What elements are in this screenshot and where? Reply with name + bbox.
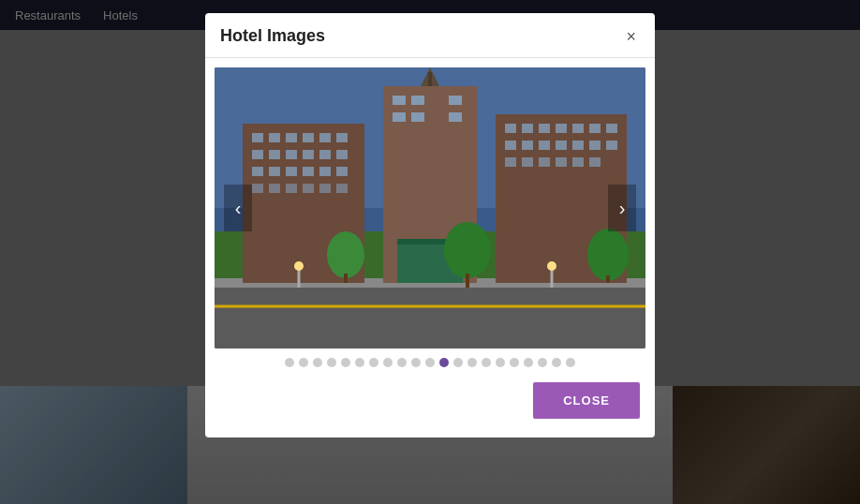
modal-close-x-button[interactable]: × [622,28,640,45]
carousel-dot-7[interactable] [383,358,393,367]
carousel-dot-10[interactable] [425,358,435,367]
carousel-image [215,67,645,348]
carousel-dot-19[interactable] [552,358,561,367]
svg-rect-35 [411,96,424,105]
svg-rect-60 [556,157,567,167]
svg-rect-3 [215,283,645,348]
close-button[interactable]: CLOSE [533,382,640,419]
svg-rect-72 [606,275,610,283]
carousel-dot-1[interactable] [299,358,308,367]
svg-rect-58 [522,157,533,167]
image-carousel: ‹ › [205,58,655,373]
svg-rect-9 [286,133,297,142]
carousel-dot-4[interactable] [341,358,350,367]
svg-rect-12 [336,133,348,142]
svg-rect-10 [303,133,314,142]
modal-header: Hotel Images × [205,13,655,58]
svg-rect-29 [319,184,331,193]
carousel-dot-2[interactable] [313,358,322,367]
svg-rect-36 [449,96,462,105]
svg-rect-57 [505,157,516,167]
svg-rect-50 [505,141,516,150]
svg-rect-37 [393,112,406,122]
modal-footer: CLOSE [205,373,655,422]
svg-rect-20 [269,167,280,176]
svg-rect-48 [589,124,601,133]
svg-rect-38 [411,112,424,122]
carousel-dot-12[interactable] [453,358,463,367]
svg-rect-70 [344,274,348,283]
svg-rect-25 [252,184,263,193]
carousel-dot-8[interactable] [397,358,407,367]
svg-rect-53 [556,141,567,150]
svg-rect-18 [336,150,348,159]
svg-rect-56 [606,141,617,150]
svg-rect-7 [252,133,263,142]
svg-rect-62 [589,157,601,167]
svg-rect-47 [572,124,584,133]
hotel-images-modal: Hotel Images × [205,13,655,437]
carousel-dot-0[interactable] [285,358,294,367]
svg-rect-15 [286,150,297,159]
svg-point-64 [294,261,304,271]
svg-rect-61 [572,157,584,167]
carousel-dot-17[interactable] [524,358,533,367]
svg-rect-55 [589,141,601,150]
svg-rect-34 [393,96,406,105]
svg-rect-46 [556,124,567,133]
svg-rect-54 [572,141,584,150]
svg-rect-27 [286,184,297,193]
svg-rect-16 [303,150,314,159]
carousel-dot-16[interactable] [510,358,519,367]
svg-rect-21 [286,167,297,176]
svg-rect-30 [336,184,348,193]
svg-rect-43 [505,124,516,133]
svg-rect-44 [522,124,533,133]
svg-rect-51 [522,141,533,150]
carousel-image-wrapper: ‹ › [215,67,645,348]
carousel-dot-9[interactable] [411,358,421,367]
svg-point-69 [327,231,364,278]
svg-rect-19 [252,167,263,176]
svg-rect-68 [466,274,469,288]
carousel-next-button[interactable]: › [608,185,636,231]
carousel-dot-6[interactable] [369,358,378,367]
carousel-dots [205,348,655,373]
carousel-dot-13[interactable] [467,358,477,367]
svg-rect-39 [449,112,462,122]
svg-point-71 [587,229,629,281]
svg-rect-33 [428,72,432,86]
svg-rect-52 [539,141,550,150]
svg-rect-14 [269,150,280,159]
svg-rect-26 [269,184,280,193]
carousel-dot-18[interactable] [538,358,547,367]
carousel-prev-button[interactable]: ‹ [224,185,252,231]
svg-rect-17 [319,150,331,159]
svg-rect-49 [606,124,617,133]
carousel-dot-11[interactable] [439,358,449,367]
modal-title: Hotel Images [220,26,325,46]
svg-rect-45 [539,124,550,133]
carousel-dot-5[interactable] [355,358,364,367]
carousel-dot-3[interactable] [327,358,336,367]
svg-rect-11 [319,133,331,142]
svg-rect-23 [319,167,331,176]
svg-rect-28 [303,184,314,193]
carousel-dot-14[interactable] [482,358,491,367]
carousel-dot-15[interactable] [496,358,505,367]
svg-rect-8 [269,133,280,142]
svg-rect-24 [336,167,348,176]
svg-point-67 [444,222,491,278]
svg-rect-59 [539,157,550,167]
carousel-dot-20[interactable] [566,358,575,367]
svg-point-66 [547,261,556,271]
svg-rect-13 [252,150,263,159]
svg-rect-22 [303,167,314,176]
